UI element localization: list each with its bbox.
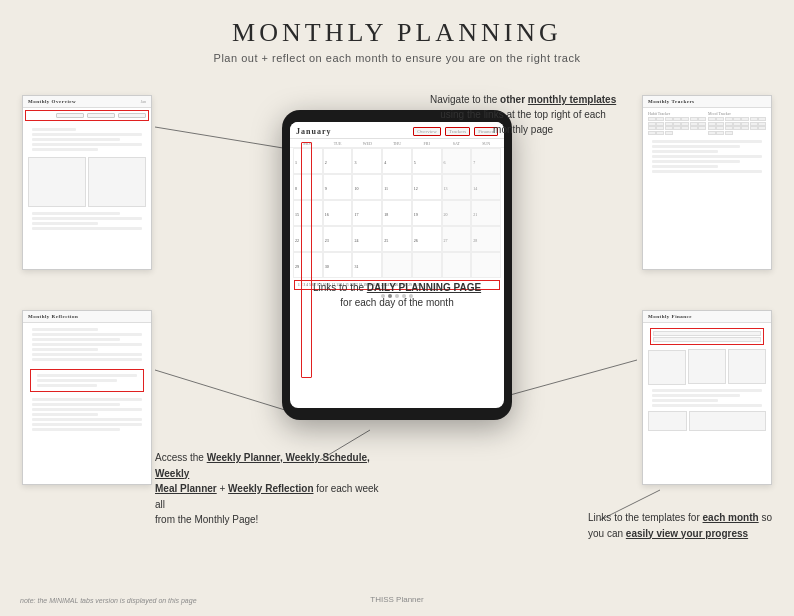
cal-day-1[interactable]: 1: [293, 148, 323, 174]
cal-day-18[interactable]: 18: [382, 200, 412, 226]
cal-day-13[interactable]: 13: [442, 174, 472, 200]
footer-note: note: the MINIMAL tabs version is displa…: [20, 597, 197, 604]
cal-day-5[interactable]: 5: [412, 148, 442, 174]
doc-right-bottom-header: Monthly Finance: [643, 311, 771, 323]
ann-daily-planning: DAILY PLANNING PAGE: [367, 282, 481, 293]
svg-line-6: [510, 360, 637, 395]
footer-brand: THISS Planner: [370, 595, 423, 604]
cal-day-28[interactable]: 28: [471, 226, 501, 252]
doc-right-bottom-highlight: [650, 328, 764, 345]
tablet-container: January Overview Trackers Finance MON TU…: [282, 110, 512, 420]
cal-day-30[interactable]: 30: [323, 252, 353, 278]
date-link[interactable]: 1: [298, 283, 300, 287]
cal-header-tue: TUE: [323, 140, 353, 147]
annotation-bottom-left: Access the Weekly Planner, Weekly Schedu…: [155, 450, 390, 528]
cal-day-empty2: [412, 252, 442, 278]
cal-day-31[interactable]: 31: [352, 252, 382, 278]
cal-day-9[interactable]: 9: [323, 174, 353, 200]
cal-day-24[interactable]: 24: [352, 226, 382, 252]
doc-left-bottom: Monthly Reflection: [22, 310, 152, 485]
svg-line-4: [155, 127, 283, 148]
cal-header-sun: SUN: [471, 140, 501, 147]
doc-right-bottom: Monthly Finance: [642, 310, 772, 485]
doc-left-bottom-highlight: [30, 369, 144, 392]
svg-line-5: [155, 370, 285, 410]
cal-header-mon: MON: [293, 140, 323, 147]
ann-easily-view: easily view your progress: [626, 528, 748, 539]
cal-day-8[interactable]: 8: [293, 174, 323, 200]
date-link[interactable]: 4: [306, 283, 308, 287]
cal-day-empty4: [471, 252, 501, 278]
doc-left-top-content: [23, 123, 151, 235]
footer-brand-text: THISS Planner: [370, 595, 423, 604]
date-link[interactable]: 2: [301, 283, 303, 287]
annotation-center: Links to the DAILY PLANNING PAGE for eac…: [313, 280, 481, 310]
doc-right-top-header: Monthly Trackers: [643, 96, 771, 108]
cal-day-25[interactable]: 25: [382, 226, 412, 252]
doc-left-top-subtitle: Jan: [141, 99, 146, 104]
cal-header-sat: SAT: [442, 140, 472, 147]
cal-day-19[interactable]: 19: [412, 200, 442, 226]
cal-day-10[interactable]: 10: [352, 174, 382, 200]
doc-left-bottom-title: Monthly Reflection: [28, 314, 78, 319]
cal-day-12[interactable]: 12: [412, 174, 442, 200]
cal-day-22[interactable]: 22: [293, 226, 323, 252]
ann-other-text: other: [500, 94, 525, 105]
page-subtitle: Plan out + reflect on each month to ensu…: [0, 52, 794, 64]
cal-day-17[interactable]: 17: [352, 200, 382, 226]
cal-day-21[interactable]: 21: [471, 200, 501, 226]
cal-day-14[interactable]: 14: [471, 174, 501, 200]
doc-right-top: Monthly Trackers Habit Tracker: [642, 95, 772, 270]
cal-day-26[interactable]: 26: [412, 226, 442, 252]
doc-left-top-nav-highlight: [25, 110, 149, 121]
doc-left-top: Monthly Overview Jan: [22, 95, 152, 270]
cal-day-23[interactable]: 23: [323, 226, 353, 252]
date-link[interactable]: 5: [309, 283, 311, 287]
doc-right-top-content: Habit Tracker: [643, 108, 771, 178]
footer-note-text: note: the MINIMAL tabs version is displa…: [20, 597, 197, 604]
cal-day-empty1: [382, 252, 412, 278]
ann-monthly-templates: monthly templates: [528, 94, 616, 105]
calendar-grid: 1 2 3 4 5 6 7 8 9 10 11 12 13 14 15: [290, 148, 504, 278]
cal-day-27[interactable]: 27: [442, 226, 472, 252]
doc-right-top-title: Monthly Trackers: [648, 99, 695, 104]
doc-left-bottom-header: Monthly Reflection: [23, 311, 151, 323]
annotation-top-right: Navigate to the other monthly templates …: [430, 92, 616, 137]
cal-day-11[interactable]: 11: [382, 174, 412, 200]
cal-day-7[interactable]: 7: [471, 148, 501, 174]
cal-header-wed: WED: [352, 140, 382, 147]
cal-day-16[interactable]: 16: [323, 200, 353, 226]
cal-day-3[interactable]: 3: [352, 148, 382, 174]
doc-left-top-header: Monthly Overview Jan: [23, 96, 151, 108]
tablet: January Overview Trackers Finance MON TU…: [282, 110, 512, 420]
tablet-month: January: [296, 127, 331, 136]
cal-day-4[interactable]: 4: [382, 148, 412, 174]
ann-each-month: each month: [703, 512, 759, 523]
cal-day-empty3: [442, 252, 472, 278]
tablet-screen: January Overview Trackers Finance MON TU…: [290, 122, 504, 408]
doc-right-bottom-title: Monthly Finance: [648, 314, 692, 319]
doc-left-top-title: Monthly Overview: [28, 99, 76, 104]
cal-header-thu: THU: [382, 140, 412, 147]
doc-left-bottom-content: [23, 323, 151, 436]
cal-day-15[interactable]: 15: [293, 200, 323, 226]
doc-right-bottom-content: [643, 323, 771, 434]
date-link[interactable]: 3: [304, 283, 306, 287]
page-title: MONTHLY PLANNING: [0, 18, 794, 48]
page: MONTHLY PLANNING Plan out + reflect on e…: [0, 0, 794, 616]
title-section: MONTHLY PLANNING Plan out + reflect on e…: [0, 0, 794, 64]
cal-day-20[interactable]: 20: [442, 200, 472, 226]
cal-day-2[interactable]: 2: [323, 148, 353, 174]
cal-day-6[interactable]: 6: [442, 148, 472, 174]
ann-weekly-reflection: Weekly Reflection: [228, 483, 313, 494]
cal-day-29[interactable]: 29: [293, 252, 323, 278]
cal-header-fri: FRI: [412, 140, 442, 147]
ann-other: the: [483, 94, 497, 105]
annotation-bottom-right: Links to the templates for each month so…: [588, 510, 772, 541]
